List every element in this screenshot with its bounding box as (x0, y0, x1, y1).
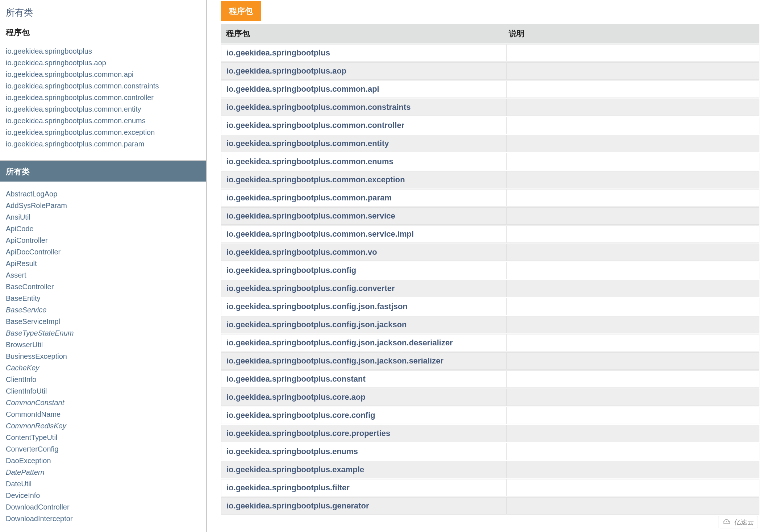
class-link[interactable]: ClientInfo (6, 374, 200, 385)
class-link[interactable]: BaseService (6, 304, 200, 316)
class-link[interactable]: DatePattern (6, 466, 200, 478)
package-cell[interactable]: io.geekidea.springbootplus.common.entity (221, 135, 506, 152)
packages-frame: 所有类 程序包 io.geekidea.springbootplusio.gee… (0, 0, 206, 161)
table-row: io.geekidea.springbootplus.config.json.f… (221, 298, 759, 315)
package-cell[interactable]: io.geekidea.springbootplus.common.enums (221, 153, 506, 170)
package-cell[interactable]: io.geekidea.springbootplus.config.json.j… (221, 316, 506, 333)
sidebar-package-link[interactable]: io.geekidea.springbootplus.common.enums (6, 115, 200, 126)
svg-point-1 (728, 521, 729, 522)
description-cell (506, 407, 759, 424)
sidebar-package-link[interactable]: io.geekidea.springbootplus.common.constr… (6, 80, 200, 92)
package-cell[interactable]: io.geekidea.springbootplus.common.param (221, 189, 506, 207)
sidebar-package-link[interactable]: io.geekidea.springbootplus.common.param (6, 138, 200, 150)
table-row: io.geekidea.springbootplus.common.servic… (221, 207, 759, 225)
package-cell[interactable]: io.geekidea.springbootplus.common.contro… (221, 117, 506, 134)
package-cell[interactable]: io.geekidea.springbootplus.config.json.j… (221, 334, 506, 352)
class-link[interactable]: DownloadController (6, 501, 200, 513)
package-cell[interactable]: io.geekidea.springbootplus.common.constr… (221, 99, 506, 116)
class-link[interactable]: CommonIdName (6, 408, 200, 420)
class-link[interactable]: BaseEntity (6, 292, 200, 304)
description-cell (506, 207, 759, 225)
class-link[interactable]: DateUtil (6, 478, 200, 490)
tab-packages[interactable]: 程序包 (221, 1, 261, 21)
all-classes-bar: 所有类 (0, 161, 206, 182)
class-link[interactable]: BusinessException (6, 350, 200, 362)
class-link[interactable]: DownloadInterceptor (6, 513, 200, 524)
class-link[interactable]: BaseController (6, 281, 200, 292)
class-link[interactable]: DeviceInfo (6, 490, 200, 501)
table-row: io.geekidea.springbootplus.common.api (221, 80, 759, 98)
table-row: io.geekidea.springbootplus.enums (221, 443, 759, 460)
package-cell[interactable]: io.geekidea.springbootplus.filter (221, 479, 506, 496)
main-panel: 程序包 程序包 说明 io.geekidea.springbootplusio.… (207, 0, 763, 532)
package-cell[interactable]: io.geekidea.springbootplus.common.servic… (221, 207, 506, 225)
class-link[interactable]: CommonConstant (6, 397, 200, 408)
package-cell[interactable]: io.geekidea.springbootplus.constant (221, 370, 506, 388)
class-link[interactable]: ContentTypeUtil (6, 432, 200, 443)
table-header-row: 程序包 说明 (221, 24, 759, 43)
package-cell[interactable]: io.geekidea.springbootplus.enums (221, 443, 506, 460)
table-row: io.geekidea.springbootplus.common.servic… (221, 225, 759, 243)
sidebar-package-link[interactable]: io.geekidea.springbootplus.common.contro… (6, 92, 200, 103)
class-link[interactable]: AbstractLogAop (6, 188, 200, 200)
description-cell (506, 80, 759, 98)
class-link[interactable]: ApiDocController (6, 246, 200, 258)
package-cell[interactable]: io.geekidea.springbootplus.config.conver… (221, 280, 506, 297)
class-link[interactable]: DaoException (6, 455, 200, 466)
package-cell[interactable]: io.geekidea.springbootplus.common.except… (221, 171, 506, 188)
table-row: io.geekidea.springbootplus.core.aop (221, 388, 759, 406)
column-header-package: 程序包 (221, 24, 506, 43)
package-cell[interactable]: io.geekidea.springbootplus.example (221, 461, 506, 478)
package-cell[interactable]: io.geekidea.springbootplus.config.json.f… (221, 298, 506, 315)
class-link[interactable]: ClientInfoUtil (6, 385, 200, 397)
class-link[interactable]: AddSysRoleParam (6, 200, 200, 211)
class-link[interactable]: CacheKey (6, 362, 200, 374)
class-link[interactable]: BaseTypeStateEnum (6, 327, 200, 339)
sidebar-package-link[interactable]: io.geekidea.springbootplus (6, 45, 200, 57)
description-cell (506, 262, 759, 279)
package-cell[interactable]: io.geekidea.springbootplus (221, 44, 506, 62)
sidebar-package-link[interactable]: io.geekidea.springbootplus.aop (6, 57, 200, 68)
package-cell[interactable]: io.geekidea.springbootplus.common.servic… (221, 225, 506, 243)
class-link[interactable]: ApiController (6, 234, 200, 246)
sidebar-package-link[interactable]: io.geekidea.springbootplus.common.api (6, 68, 200, 80)
sidebar-package-link[interactable]: io.geekidea.springbootplus.common.entity (6, 103, 200, 115)
class-link[interactable]: BrowserUtil (6, 339, 200, 350)
table-row: io.geekidea.springbootplus.common.entity (221, 135, 759, 152)
package-cell[interactable]: io.geekidea.springbootplus.common.api (221, 80, 506, 98)
package-cell[interactable]: io.geekidea.springbootplus.aop (221, 62, 506, 80)
description-cell (506, 425, 759, 442)
description-cell (506, 225, 759, 243)
package-cell[interactable]: io.geekidea.springbootplus.config.json.j… (221, 352, 506, 370)
description-cell (506, 370, 759, 388)
package-cell[interactable]: io.geekidea.springbootplus.generator (221, 497, 506, 515)
package-cell[interactable]: io.geekidea.springbootplus.core.config (221, 407, 506, 424)
all-classes-link[interactable]: 所有类 (6, 7, 200, 18)
class-link[interactable]: ConverterConfig (6, 443, 200, 455)
package-cell[interactable]: io.geekidea.springbootplus.core.properti… (221, 425, 506, 442)
sidebar-package-link[interactable]: io.geekidea.springbootplus.common.except… (6, 126, 200, 138)
tab-bar: 程序包 (221, 1, 759, 21)
description-cell (506, 99, 759, 116)
description-cell (506, 479, 759, 496)
watermark-text: 亿速云 (734, 518, 754, 527)
table-row: io.geekidea.springbootplus (221, 44, 759, 62)
description-cell (506, 62, 759, 80)
class-link[interactable]: ApiResult (6, 258, 200, 269)
class-link[interactable]: ApiCode (6, 223, 200, 234)
table-row: io.geekidea.springbootplus.constant (221, 370, 759, 388)
table-row: io.geekidea.springbootplus.common.except… (221, 171, 759, 188)
description-cell (506, 352, 759, 370)
description-cell (506, 135, 759, 152)
class-link[interactable]: Assert (6, 269, 200, 281)
package-cell[interactable]: io.geekidea.springbootplus.config (221, 262, 506, 279)
package-cell[interactable]: io.geekidea.springbootplus.core.aop (221, 388, 506, 406)
class-link[interactable]: BaseServiceImpl (6, 316, 200, 327)
description-cell (506, 117, 759, 134)
class-link[interactable]: CommonRedisKey (6, 420, 200, 432)
description-cell (506, 388, 759, 406)
table-row: io.geekidea.springbootplus.core.properti… (221, 425, 759, 442)
cloud-icon (722, 518, 732, 527)
class-link[interactable]: AnsiUtil (6, 211, 200, 223)
package-cell[interactable]: io.geekidea.springbootplus.common.vo (221, 244, 506, 261)
